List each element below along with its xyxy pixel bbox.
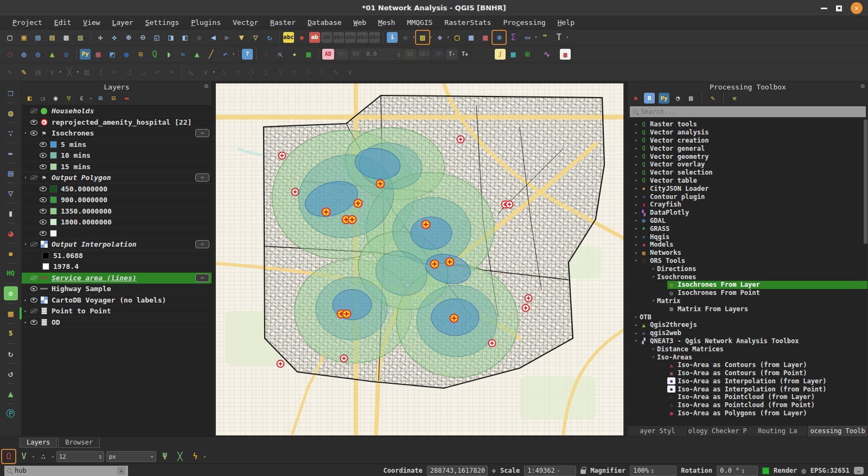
run-feature-action-icon-dropdown[interactable]: ▾ <box>412 35 415 40</box>
models-icon[interactable]: ✱ <box>631 94 640 103</box>
layer-row[interactable]: ▾⚑Output Polygon▭ <box>22 172 212 184</box>
expander-icon[interactable]: ▸ <box>633 210 640 215</box>
undo-nav-icon[interactable]: ↶ <box>219 48 232 61</box>
algorithm-item[interactable]: ▸▲Qgis2threejs <box>628 321 867 329</box>
new-project-icon[interactable]: ▢ <box>3 31 16 44</box>
layer-row[interactable]: 450.0000000 <box>22 184 212 195</box>
menu-edit[interactable]: Edit <box>49 17 76 28</box>
expander-icon[interactable]: ▾ <box>650 355 657 359</box>
algorithm-item[interactable]: ▥Matrix From Layers <box>628 305 867 313</box>
undo-nav-icon-dropdown[interactable]: ▾ <box>232 52 235 56</box>
results-viewer-icon[interactable]: ▤ <box>686 94 695 103</box>
expander-icon[interactable]: ▸ <box>633 170 640 175</box>
layer-row[interactable]: Service area (lines)▭ <box>22 273 212 284</box>
layer-row[interactable]: 1350.0000000 <box>22 206 212 217</box>
panel-float-icon[interactable]: ⧉ <box>861 83 865 89</box>
python-console-icon[interactable]: Py <box>80 49 91 60</box>
layer-row[interactable]: ▸Point to Point <box>22 306 212 317</box>
visibility-eye-icon[interactable] <box>30 275 37 280</box>
processing-search-input[interactable]: Search... <box>630 106 866 117</box>
save-project-icon[interactable]: ▤ <box>31 31 44 44</box>
algorithm-item[interactable]: ▸✳Hqgis <box>628 233 867 241</box>
visibility-eye-icon[interactable] <box>40 197 47 202</box>
algorithm-item[interactable]: ▾Iso-Areas <box>628 353 867 361</box>
manage-map-themes-icon[interactable]: ◉ <box>51 94 60 103</box>
history-clock-icon[interactable]: ◔ <box>673 94 682 103</box>
filter-by-expression-icon[interactable]: ε <box>77 94 86 103</box>
text-annotation-icon[interactable]: T <box>552 31 565 44</box>
python-scripts-icon[interactable]: Py <box>659 93 669 104</box>
algorithm-item[interactable]: ◉Iso-Area as Contours (from Point) <box>628 369 867 377</box>
open-layer-styling-icon[interactable]: ◧ <box>25 94 34 103</box>
expander-icon[interactable]: ▸ <box>650 346 657 351</box>
t-plus-chip[interactable]: T+ <box>459 49 471 60</box>
visibility-eye-icon[interactable] <box>30 298 37 303</box>
layer-row[interactable] <box>22 228 212 240</box>
layer-row[interactable]: ▾⚑Isochrones▭ <box>22 128 212 139</box>
visibility-eye-icon[interactable] <box>30 320 37 325</box>
algorithm-item[interactable]: ▾Isochrones <box>628 273 867 281</box>
green-table-icon[interactable]: ▦ <box>302 48 315 61</box>
panel-float-icon[interactable]: ⧉ <box>205 83 208 89</box>
dataplotly-curve-icon[interactable]: ∿ <box>540 48 553 61</box>
expander-icon[interactable]: ▸ <box>633 194 640 199</box>
new-shapefile-layer-icon[interactable]: ∵ <box>4 126 18 140</box>
remove-layer-icon[interactable]: ▬ <box>122 94 131 103</box>
zoom-full-icon[interactable]: ◱ <box>150 31 163 44</box>
algorithm-item[interactable]: ▸✳qgis2web <box>628 329 867 337</box>
whitebox-leaf-icon[interactable]: ◗ <box>162 48 175 61</box>
algorithm-item[interactable]: ▸✱Models <box>628 241 867 249</box>
save-as-icon[interactable]: ▤ <box>46 31 59 44</box>
locator-search-input[interactable]: hub ✕ <box>4 466 128 476</box>
snapping-toggle-icon[interactable]: Ω <box>2 450 15 463</box>
expander-icon[interactable]: ▸ <box>650 266 657 271</box>
show-bookmarks-icon[interactable]: ▽ <box>249 31 262 44</box>
dock-tab[interactable]: pology Checker Pa <box>688 426 748 436</box>
pan-map-icon[interactable]: ✛ <box>94 31 107 44</box>
algorithm-item[interactable]: ▸QVector general <box>628 144 867 152</box>
close-button[interactable]: ✕ <box>851 2 863 14</box>
search-plugin-icon[interactable]: ◎ <box>4 286 18 300</box>
snapping-extra-icon[interactable]: ϟ <box>189 450 202 463</box>
expander-icon[interactable]: ▾ <box>22 131 29 136</box>
label-highlight-icon[interactable]: ab <box>309 32 320 43</box>
menu-web[interactable]: Web <box>349 17 371 28</box>
new-geopackage-layer-icon[interactable]: ◍ <box>4 106 18 120</box>
build-hammer-icon[interactable]: ╱ <box>205 48 218 61</box>
minimize-button[interactable] <box>821 8 827 9</box>
layer-row[interactable]: Highway Sample <box>22 284 212 295</box>
menu-settings[interactable]: Settings <box>141 17 184 28</box>
histogram-icon[interactable]: ▅ <box>560 49 571 60</box>
algorithm-item[interactable]: ▲Iso-Area as Contours (from Layer) <box>628 361 867 369</box>
visibility-eye-icon[interactable] <box>40 142 47 147</box>
algorithm-item[interactable]: ▸♦GRASS <box>628 224 867 233</box>
expander-icon[interactable]: ▸ <box>633 162 640 167</box>
visibility-eye-icon[interactable] <box>40 220 47 224</box>
algorithm-item[interactable]: ▾Matrix <box>628 297 867 305</box>
algorithm-item[interactable]: ▸Directions <box>628 265 867 273</box>
map-canvas[interactable] <box>216 83 623 435</box>
clear-search-icon[interactable]: ✕ <box>117 467 125 475</box>
digitize-with-segment-icon-dropdown[interactable]: ▾ <box>59 69 62 74</box>
filter-legend-icon[interactable]: ▽ <box>64 94 73 103</box>
layer-row[interactable]: ▸CartoDB Voyager (no labels) <box>22 295 212 306</box>
select-features-icon-dropdown[interactable]: ▾ <box>430 35 432 40</box>
advanced-digitizing-ad-chip[interactable]: AD <box>322 49 334 60</box>
visibility-eye-icon[interactable] <box>30 120 37 125</box>
collapse-all-icon[interactable]: ⊟ <box>109 94 118 103</box>
expander-icon[interactable]: ▸ <box>633 218 640 223</box>
algorithm-item[interactable]: ▸▦Networks <box>628 249 867 257</box>
move-feature-icon-dropdown[interactable]: ▾ <box>213 69 215 74</box>
layer-row[interactable]: ✚reprojected_amenity_hospital [22] <box>22 117 212 128</box>
open-project-icon[interactable]: ▣ <box>17 31 30 44</box>
expander-icon[interactable]: ▾ <box>650 274 657 279</box>
vertex-marker-icon[interactable]: ✦ <box>288 48 301 61</box>
expander-icon[interactable]: ▸ <box>22 308 29 313</box>
layer-filter-badge[interactable]: ▭ <box>195 240 209 248</box>
visibility-eye-icon[interactable] <box>30 286 37 291</box>
hqgis-icon[interactable]: HQ <box>4 266 18 280</box>
visibility-eye-icon[interactable] <box>30 308 37 313</box>
db-manager-icon[interactable]: ▮ <box>4 206 18 220</box>
gdrive-layer-icon[interactable]: ▲ <box>4 387 18 401</box>
text-annotation-icon-dropdown[interactable]: ▾ <box>566 35 569 40</box>
